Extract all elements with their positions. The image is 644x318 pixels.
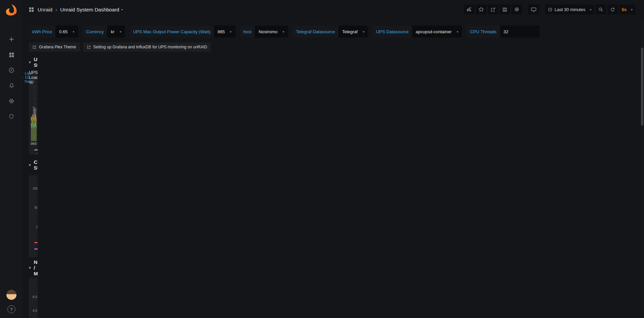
chevron-down-icon: ▾ — [120, 30, 121, 34]
grafana-flame-icon — [5, 3, 18, 17]
section-title: Network / Memory — [34, 259, 38, 276]
dashboard-body: ▾ UPS Stats UPS Load % Last 12 hours — [23, 52, 38, 318]
variable-label: UPS Datasource — [373, 26, 412, 38]
refresh-interval-picker[interactable]: 5s ▾ — [619, 4, 636, 14]
variable-value-dropdown[interactable]: 0.65▾ — [55, 26, 78, 38]
navbar: Unraid › Unraid System Dashboard ▾ — [23, 0, 644, 19]
chevron-down-icon: ▾ — [457, 30, 458, 34]
template-variables-row: kWh Price 0.65▾ Currency kr▾ UPS Max Out… — [29, 26, 635, 38]
panel-ups-load: UPS Load % Last 12 hours UPS LoadMin:17%… — [29, 73, 38, 154]
variable-value-dropdown[interactable]: Telegraf▾ — [338, 26, 368, 38]
ups-load-chart[interactable] — [31, 82, 37, 146]
variable-ups-max-output: UPS Max Output Power Capacity (Watt) 865… — [130, 26, 235, 38]
refresh-interval-label: 5s — [622, 7, 627, 12]
plus-icon: + — [9, 35, 14, 43]
refresh-button[interactable] — [607, 4, 618, 14]
link-label: Setting up Grafana and InfluxDB for UPS … — [93, 45, 208, 49]
link-label: Grafana Plex Theme — [39, 45, 76, 49]
panel-header[interactable]: Network Last 30 minutes — [29, 278, 38, 287]
network-chart[interactable] — [31, 287, 38, 318]
variable-value-dropdown[interactable]: kr▾ — [107, 26, 125, 38]
series-color-dash — [34, 248, 38, 249]
legend-series[interactable]: Core 7 — [34, 246, 38, 252]
sidebar-explore-button[interactable] — [3, 62, 19, 78]
add-panel-icon — [466, 7, 472, 12]
variable-label: CPU Threads — [467, 26, 500, 38]
chevron-down-icon: ▾ — [631, 8, 633, 11]
legend-series[interactable]: Core 6 — [34, 239, 38, 245]
dashboard-links-row: Grafana Plex Theme Setting up Grafana an… — [29, 42, 635, 52]
external-link-icon — [87, 45, 91, 49]
panel-cpu-1: CPU 1 Last 30 minutes avgcurrent ▾Core 6… — [29, 175, 38, 257]
chevron-down-icon: ▾ — [73, 30, 75, 34]
page-scrollbar[interactable] — [641, 19, 643, 317]
help-icon: ? — [10, 307, 13, 312]
star-icon — [478, 7, 484, 12]
grafana-app: + ? Unraid › Unraid System Dashboard — [0, 0, 644, 318]
dashboard-submenu: kWh Price 0.65▾ Currency kr▾ UPS Max Out… — [23, 19, 644, 52]
chevron-down-icon: ▾ — [29, 163, 31, 167]
panel-network: Network Last 30 minutes — [29, 278, 38, 318]
panel-header[interactable]: CPU 1 Last 30 minutes — [29, 175, 38, 185]
cycle-view-mode-button[interactable] — [528, 4, 539, 14]
sidebar-admin-button[interactable] — [3, 109, 19, 124]
save-dashboard-button[interactable] — [500, 4, 510, 14]
variable-label: kWh Price — [29, 26, 55, 38]
variable-ups-datasource: UPS Datasource apcupsd-container▾ — [373, 26, 462, 38]
monitor-icon — [531, 7, 537, 12]
apps-grid-icon — [29, 7, 34, 12]
shield-icon — [9, 114, 14, 119]
page-scrollbar-thumb[interactable] — [641, 48, 643, 126]
save-icon — [502, 7, 507, 12]
chevron-down-icon: ▾ — [29, 60, 31, 64]
grafana-logo[interactable] — [5, 3, 18, 17]
gear-icon — [8, 98, 14, 104]
variable-telegraf-datasource: Telegraf Datasource Telegraf▾ — [293, 26, 368, 38]
navbar-actions: Last 30 minutes ▾ 5s ▾ — [464, 4, 635, 14]
zoom-out-icon — [598, 7, 603, 12]
section-title: CPU Stats — [34, 159, 38, 171]
panel-body: UPS LoadMin:17%Max:32%Avg:20%WattsMin:14… — [31, 82, 37, 153]
dashboard-settings-button[interactable] — [511, 4, 522, 14]
series-color-dash — [34, 242, 38, 243]
share-dashboard-button[interactable] — [488, 4, 498, 14]
refresh-icon — [610, 7, 615, 12]
section-title: UPS Stats — [34, 56, 38, 68]
sidebar-create-button[interactable]: + — [3, 32, 19, 47]
external-link-icon — [33, 45, 36, 49]
chevron-down-icon[interactable]: ▾ — [121, 8, 123, 11]
chevron-down-icon: ▾ — [283, 30, 284, 34]
link-ups-monitoring-guide[interactable]: Setting up Grafana and InfluxDB for UPS … — [83, 42, 211, 52]
cpu-threads-input[interactable]: 32 — [500, 26, 540, 38]
variable-currency: Currency kr▾ — [83, 26, 125, 38]
panel-header[interactable]: UPS Load % Last 12 hours — [29, 73, 38, 82]
add-panel-button[interactable] — [464, 4, 474, 14]
zoom-out-button[interactable] — [596, 4, 606, 14]
sidebar-configuration-button[interactable] — [3, 93, 19, 109]
link-grafana-plex-theme[interactable]: Grafana Plex Theme — [29, 42, 80, 52]
main-area: Unraid › Unraid System Dashboard ▾ — [23, 0, 644, 318]
chevron-right-icon: › — [55, 7, 57, 12]
sidebar-dashboards-button[interactable] — [3, 47, 19, 62]
clock-icon — [23, 76, 24, 79]
breadcrumb-dashboard-title[interactable]: Unraid System Dashboard — [60, 7, 119, 12]
variable-label: Telegraf Datasource — [293, 26, 338, 38]
share-icon — [491, 7, 496, 12]
star-dashboard-button[interactable] — [476, 4, 487, 14]
sidebar-alerting-button[interactable] — [3, 78, 19, 93]
variable-value-dropdown[interactable]: apcupsd-container▾ — [412, 26, 462, 38]
cpu1-chart[interactable] — [31, 185, 38, 232]
help-button[interactable]: ? — [7, 305, 15, 313]
variable-value-dropdown[interactable]: 865▾ — [214, 26, 235, 38]
variable-cpu-threads: CPU Threads 32 — [467, 26, 540, 38]
variable-label: host — [240, 26, 255, 38]
user-avatar[interactable] — [6, 290, 16, 300]
panel-body: avgcurrent ▾Core 621%39%Core 722%33% — [31, 185, 38, 256]
variable-label: Currency — [83, 26, 107, 38]
time-range-picker[interactable]: Last 30 minutes ▾ — [545, 4, 594, 14]
breadcrumb-app[interactable]: Unraid — [38, 7, 52, 12]
variable-host: host Nostromo▾ — [240, 26, 288, 38]
variable-value-dropdown[interactable]: Nostromo▾ — [255, 26, 288, 38]
time-override: Last 12 hours — [23, 73, 36, 82]
legend-series[interactable]: UPS LoadMin:17%Max:32%Avg:20% — [34, 146, 38, 154]
